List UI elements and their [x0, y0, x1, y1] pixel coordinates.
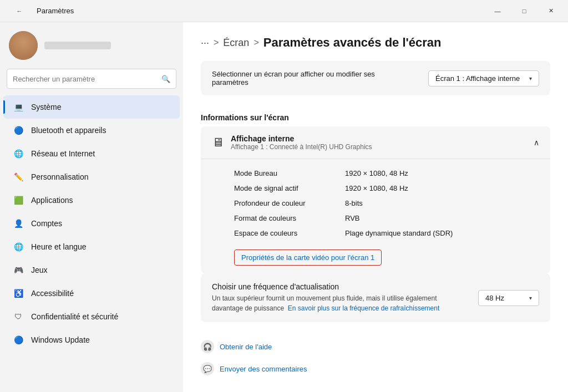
breadcrumb-ecran[interactable]: Écran	[223, 37, 249, 49]
comptes-icon: 👤	[12, 217, 24, 230]
screen-dropdown-label: Écran 1 : Affichage interne	[435, 74, 520, 83]
sidebar-item-update[interactable]: 🔵 Windows Update	[3, 328, 180, 352]
info-row-label: Mode de signal actif	[234, 184, 345, 192]
sidebar-item-accessibilite[interactable]: ♿ Accessibilité	[3, 282, 180, 305]
info-row-label: Espace de couleurs	[234, 229, 345, 237]
refresh-desc: Un taux supérieur fournit un mouvement p…	[212, 293, 467, 313]
avatar	[9, 31, 38, 60]
footer-links: 🎧 Obtenir de l'aide 💬 Envoyer des commen…	[201, 331, 550, 384]
systeme-icon: 💻	[12, 101, 24, 113]
title-bar-left: ← Paramètres	[7, 2, 74, 20]
sidebar-item-label: Heure et langue	[31, 242, 87, 251]
back-button[interactable]: ←	[7, 2, 32, 20]
footer-link-icon: 💬	[201, 362, 214, 375]
sidebar-item-heure[interactable]: 🌐 Heure et langue	[3, 235, 180, 258]
search-icon: 🔍	[161, 75, 170, 83]
update-icon: 🔵	[12, 334, 24, 346]
sidebar-item-comptes[interactable]: 👤 Comptes	[3, 212, 180, 235]
breadcrumb-sep-2: >	[253, 38, 258, 48]
avatar-image	[9, 31, 38, 60]
profile-name	[44, 42, 111, 49]
screen-selector-label: Sélectionner un écran pour afficher ou m…	[212, 70, 400, 86]
display-name-block: Affichage interne Affichage 1 : Connecté…	[231, 134, 372, 151]
sidebar-item-applications[interactable]: 🟩 Applications	[3, 189, 180, 212]
info-row-value: 1920 × 1080, 48 Hz	[345, 184, 408, 192]
footer-link-item[interactable]: 💬 Envoyer des commentaires	[201, 358, 550, 380]
info-row-value: 1920 × 1080, 48 Hz	[345, 169, 408, 177]
title-bar: ← Paramètres — □ ✕	[0, 0, 568, 22]
refresh-rate-dropdown[interactable]: 48 Hz ▾	[478, 290, 539, 306]
info-row-value: 8-bits	[345, 199, 363, 207]
display-header: 🖥 Affichage interne Affichage 1 : Connec…	[201, 126, 550, 159]
app-title: Paramètres	[37, 7, 74, 15]
maximize-button[interactable]: □	[511, 2, 537, 20]
info-row: Mode Bureau 1920 × 1080, 48 Hz	[234, 166, 539, 181]
info-row-value: RVB	[345, 214, 360, 222]
refresh-top: Choisir une fréquence d'actualisation Un…	[212, 282, 539, 313]
screen-dropdown[interactable]: Écran 1 : Affichage interne ▾	[428, 70, 539, 86]
search-area: 🔍	[0, 67, 183, 93]
sidebar-item-confidentialite[interactable]: 🛡 Confidentialité et sécurité	[3, 305, 180, 328]
info-section-title: Informations sur l'écran	[201, 104, 550, 126]
page-header: ··· > Écran > Paramètres avancés de l'éc…	[201, 22, 550, 61]
screen-selector-section: Sélectionner un écran pour afficher ou m…	[201, 61, 550, 95]
info-row-value: Plage dynamique standard (SDR)	[345, 229, 453, 237]
refresh-rate-label: 48 Hz	[485, 294, 504, 302]
minimize-button[interactable]: —	[485, 2, 510, 20]
page-title: Paramètres avancés de l'écran	[263, 35, 442, 50]
app-body: 🔍 💻 Système 🔵 Bluetooth et appareils 🌐 R…	[0, 22, 568, 392]
sidebar-item-personnalisation[interactable]: ✏️ Personnalisation	[3, 165, 180, 189]
sidebar-item-label: Jeux	[31, 266, 48, 274]
sidebar-item-label: Bluetooth et appareils	[31, 126, 106, 135]
info-row: Mode de signal actif 1920 × 1080, 48 Hz	[234, 181, 539, 196]
monitor-icon: 🖥	[212, 135, 224, 150]
info-row-label: Profondeur de couleur	[234, 199, 345, 207]
info-row-label: Mode Bureau	[234, 169, 345, 177]
sidebar-item-reseau[interactable]: 🌐 Réseau et Internet	[3, 142, 180, 165]
refresh-title: Choisir une fréquence d'actualisation	[212, 282, 467, 291]
bluetooth-icon: 🔵	[12, 124, 24, 136]
sidebar-item-systeme[interactable]: 💻 Système	[3, 95, 180, 119]
jeux-icon: 🎮	[12, 264, 24, 276]
profile-area[interactable]	[0, 22, 183, 67]
footer-link-label[interactable]: Envoyer des commentaires	[220, 365, 307, 373]
chevron-down-icon-refresh: ▾	[529, 295, 532, 301]
collapse-icon[interactable]: ∧	[534, 138, 539, 147]
info-section: Informations sur l'écran 🖥 Affichage int…	[201, 104, 550, 273]
main-content: ··· > Écran > Paramètres avancés de l'éc…	[183, 22, 568, 392]
chevron-down-icon: ▾	[529, 75, 532, 82]
sidebar-item-label: Windows Update	[31, 335, 90, 344]
refresh-section: Choisir une fréquence d'actualisation Un…	[201, 273, 550, 322]
sidebar-item-label: Comptes	[31, 219, 62, 228]
sidebar-item-label: Accessibilité	[31, 289, 74, 298]
sidebar: 🔍 💻 Système 🔵 Bluetooth et appareils 🌐 R…	[0, 22, 183, 392]
display-subtitle: Affichage 1 : Connecté à Intel(R) UHD Gr…	[231, 143, 372, 151]
sidebar-item-label: Système	[31, 103, 61, 111]
info-row: Format de couleurs RVB	[234, 211, 539, 226]
video-link-row: Propriétés de la carte vidéo pour l'écra…	[201, 245, 550, 273]
confidentialite-icon: 🛡	[12, 310, 24, 323]
sidebar-item-label: Confidentialité et sécurité	[31, 312, 118, 321]
info-row-label: Format de couleurs	[234, 214, 345, 222]
search-box[interactable]: 🔍	[7, 69, 176, 89]
window-controls: — □ ✕	[485, 2, 564, 20]
footer-link-label[interactable]: Obtenir de l'aide	[220, 343, 272, 351]
search-input[interactable]	[13, 75, 157, 83]
sidebar-item-label: Personnalisation	[31, 172, 89, 181]
refresh-learn-link[interactable]: En savoir plus sur la fréquence de rafra…	[288, 304, 439, 312]
sidebar-item-label: Réseau et Internet	[31, 149, 95, 158]
close-button[interactable]: ✕	[538, 2, 564, 20]
info-row: Espace de couleurs Plage dynamique stand…	[234, 226, 539, 241]
nav-menu: 💻 Système 🔵 Bluetooth et appareils 🌐 Rés…	[0, 93, 183, 354]
footer-link-item[interactable]: 🎧 Obtenir de l'aide	[201, 335, 550, 358]
reseau-icon: 🌐	[12, 147, 24, 160]
sidebar-item-jeux[interactable]: 🎮 Jeux	[3, 258, 180, 282]
breadcrumb-dots[interactable]: ···	[201, 37, 209, 49]
heure-icon: 🌐	[12, 241, 24, 253]
sidebar-item-label: Applications	[31, 196, 73, 205]
display-header-left: 🖥 Affichage interne Affichage 1 : Connec…	[212, 134, 372, 151]
applications-icon: 🟩	[12, 194, 24, 206]
display-info-rows: Mode Bureau 1920 × 1080, 48 Hz Mode de s…	[201, 159, 550, 245]
video-properties-link[interactable]: Propriétés de la carte vidéo pour l'écra…	[234, 250, 382, 266]
sidebar-item-bluetooth[interactable]: 🔵 Bluetooth et appareils	[3, 119, 180, 142]
